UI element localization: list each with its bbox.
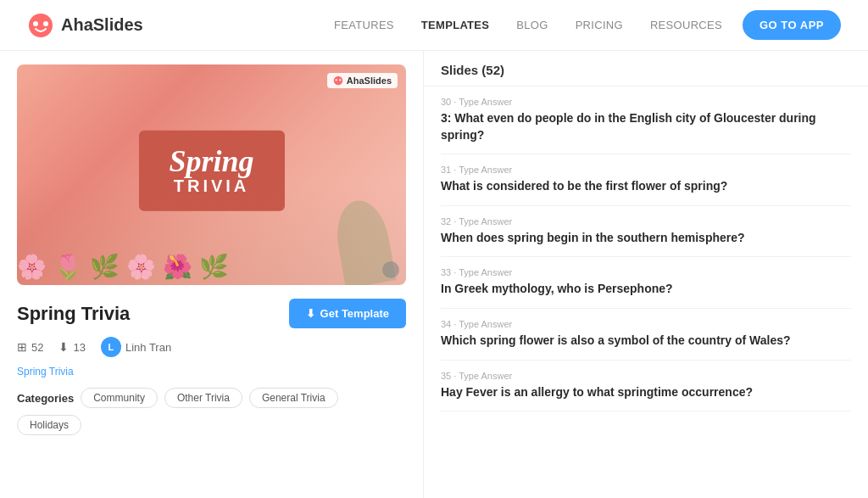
downloads-count-item: ⬇ 13 bbox=[58, 340, 85, 354]
author-avatar: L bbox=[101, 337, 121, 357]
slides-list[interactable]: 30 · Type Answer 3: What even do people … bbox=[424, 87, 868, 498]
get-template-button[interactable]: ⬇ Get Template bbox=[289, 299, 406, 328]
author-initial: L bbox=[108, 342, 114, 352]
slide-type-text-33: Type Answer bbox=[459, 267, 512, 277]
preview-avatar-small bbox=[382, 261, 399, 278]
slides-count-item: ⊞ 52 bbox=[17, 340, 43, 354]
slide-question-30: 3: What even do people do in the English… bbox=[441, 110, 851, 143]
svg-point-3 bbox=[334, 76, 343, 86]
right-panel: Slides (52) 30 · Type Answer 3: What eve… bbox=[424, 51, 868, 498]
slide-question-33: In Greek mythology, who is Persephone? bbox=[441, 281, 851, 298]
ahaslides-logo-icon bbox=[27, 12, 54, 39]
author-item: L Linh Tran bbox=[101, 337, 171, 357]
slide-type-text-34: Type Answer bbox=[459, 319, 512, 329]
navbar: AhaSlides FEATURES TEMPLATES BLOG PRICIN… bbox=[0, 0, 868, 51]
category-holidays[interactable]: Holidays bbox=[17, 415, 81, 435]
slide-type-31: 31 · Type Answer bbox=[441, 165, 851, 175]
slide-item-33: 33 · Type Answer In Greek mythology, who… bbox=[441, 257, 851, 309]
preview-badge: AhaSlides bbox=[327, 73, 398, 88]
nav-blog[interactable]: BLOG bbox=[516, 19, 548, 31]
slide-number-35: 35 bbox=[441, 371, 451, 381]
categories-label: Categories bbox=[17, 392, 74, 405]
logo-text: AhaSlides bbox=[61, 15, 143, 35]
nav-features[interactable]: FEATURES bbox=[334, 19, 394, 31]
slide-type-32: 32 · Type Answer bbox=[441, 216, 851, 227]
slide-type-35: 35 · Type Answer bbox=[441, 371, 851, 381]
get-template-label: Get Template bbox=[320, 307, 389, 320]
nav-resources[interactable]: RESOURCES bbox=[650, 19, 722, 31]
svg-point-0 bbox=[29, 14, 53, 37]
preview-badge-text: AhaSlides bbox=[347, 76, 392, 86]
svg-point-2 bbox=[43, 21, 48, 26]
slide-type-text-31: Type Answer bbox=[459, 165, 512, 175]
flower-decoration bbox=[17, 183, 406, 285]
slide-number-32: 32 bbox=[441, 216, 451, 227]
preview-spring-text: Spring bbox=[169, 146, 253, 176]
slide-type-34: 34 · Type Answer bbox=[441, 319, 851, 329]
slide-type-text-30: Type Answer bbox=[459, 97, 512, 107]
categories-row: Categories Community Other Trivia Genera… bbox=[17, 388, 406, 435]
template-tag: Spring Trivia bbox=[17, 366, 406, 378]
left-panel: AhaSlides Spring TRIVIA Spring Trivia ⬇ … bbox=[0, 51, 424, 498]
category-community[interactable]: Community bbox=[81, 388, 158, 408]
svg-point-5 bbox=[339, 79, 341, 81]
slide-type-30: 30 · Type Answer bbox=[441, 97, 851, 107]
slide-number-33: 33 bbox=[441, 267, 451, 277]
slide-type-text-32: Type Answer bbox=[459, 216, 512, 227]
template-preview: AhaSlides Spring TRIVIA bbox=[17, 64, 406, 285]
template-meta: ⊞ 52 ⬇ 13 L Linh Tran bbox=[17, 337, 406, 357]
main-content: AhaSlides Spring TRIVIA Spring Trivia ⬇ … bbox=[0, 51, 868, 498]
slide-type-33: 33 · Type Answer bbox=[441, 267, 851, 277]
downloads-count: 13 bbox=[73, 341, 85, 354]
slides-header: Slides (52) bbox=[424, 51, 868, 87]
nav-links: FEATURES TEMPLATES BLOG PRICING RESOURCE… bbox=[334, 19, 722, 31]
slide-question-34: Which spring flower is also a symbol of … bbox=[441, 333, 851, 350]
category-general-trivia[interactable]: General Trivia bbox=[249, 388, 338, 408]
slide-question-35: Hay Fever is an allergy to what springti… bbox=[441, 384, 851, 401]
slide-number-30: 30 bbox=[441, 97, 451, 107]
slide-number-31: 31 bbox=[441, 165, 451, 175]
slide-type-text-35: Type Answer bbox=[459, 371, 512, 381]
slide-item-34: 34 · Type Answer Which spring flower is … bbox=[441, 309, 851, 361]
go-to-app-button[interactable]: GO TO APP bbox=[743, 10, 841, 40]
slide-item-35: 35 · Type Answer Hay Fever is an allergy… bbox=[441, 361, 851, 412]
logo: AhaSlides bbox=[27, 12, 143, 39]
download-icon: ⬇ bbox=[306, 307, 315, 320]
slide-question-31: What is considered to be the first flowe… bbox=[441, 178, 851, 195]
nav-pricing[interactable]: PRICING bbox=[576, 19, 623, 31]
download-count-icon: ⬇ bbox=[58, 340, 69, 354]
author-name: Linh Tran bbox=[125, 341, 171, 354]
category-other-trivia[interactable]: Other Trivia bbox=[164, 388, 242, 408]
nav-templates[interactable]: TEMPLATES bbox=[421, 19, 489, 31]
slides-icon: ⊞ bbox=[17, 340, 27, 354]
template-title-row: Spring Trivia ⬇ Get Template bbox=[17, 299, 406, 328]
template-title-text: Spring Trivia bbox=[17, 303, 130, 325]
svg-point-4 bbox=[335, 79, 337, 81]
slide-item-30: 30 · Type Answer 3: What even do people … bbox=[441, 87, 851, 154]
svg-point-1 bbox=[33, 21, 38, 26]
slides-count: 52 bbox=[31, 341, 43, 354]
slide-question-32: When does spring begin in the southern h… bbox=[441, 230, 851, 247]
slide-item-32: 32 · Type Answer When does spring begin … bbox=[441, 206, 851, 258]
slide-item-31: 31 · Type Answer What is considered to b… bbox=[441, 154, 851, 206]
slide-number-34: 34 bbox=[441, 319, 451, 329]
